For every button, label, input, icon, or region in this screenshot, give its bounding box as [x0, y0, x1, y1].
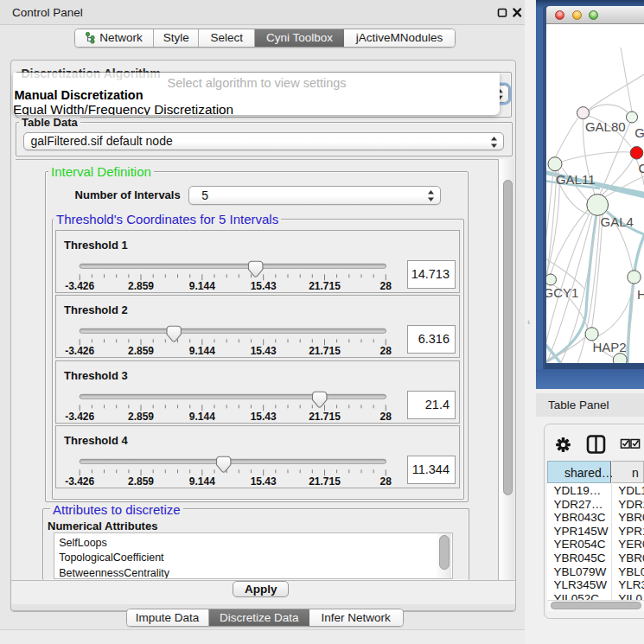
svg-text:28: 28: [380, 280, 392, 292]
svg-text:15.43: 15.43: [251, 345, 277, 357]
svg-text:2.859: 2.859: [128, 411, 154, 423]
svg-text:21.715: 21.715: [309, 345, 341, 357]
svg-text:GAL80: GAL80: [585, 119, 626, 134]
svg-text:21.715: 21.715: [309, 475, 341, 488]
svg-text:GA: GA: [634, 124, 644, 139]
svg-text:9.144: 9.144: [189, 411, 215, 423]
svg-text:GAL11: GAL11: [556, 171, 596, 186]
svg-text:21.715: 21.715: [309, 280, 341, 292]
svg-text:9.144: 9.144: [189, 475, 215, 488]
svg-text:-3.426: -3.426: [65, 280, 94, 292]
svg-text:2.859: 2.859: [128, 280, 154, 292]
svg-text:HAP2: HAP2: [592, 340, 626, 354]
svg-text:GCY1: GCY1: [546, 285, 578, 300]
svg-text:28: 28: [380, 475, 392, 488]
svg-text:15.43: 15.43: [251, 280, 277, 292]
svg-text:9.144: 9.144: [189, 345, 215, 357]
svg-text:15.43: 15.43: [251, 475, 277, 488]
svg-text:28: 28: [380, 411, 392, 423]
svg-text:-3.426: -3.426: [65, 475, 94, 488]
svg-text:2.859: 2.859: [128, 345, 154, 357]
svg-text:-3.426: -3.426: [65, 345, 94, 357]
svg-text:9.144: 9.144: [189, 280, 215, 292]
svg-text:-3.426: -3.426: [65, 411, 94, 423]
svg-text:2.859: 2.859: [128, 475, 154, 488]
svg-text:28: 28: [380, 345, 392, 357]
svg-text:H: H: [637, 287, 644, 302]
svg-text:15.43: 15.43: [251, 411, 277, 423]
svg-text:21.715: 21.715: [309, 411, 341, 423]
svg-text:GAL4: GAL4: [601, 214, 634, 228]
svg-text:C: C: [639, 161, 644, 175]
